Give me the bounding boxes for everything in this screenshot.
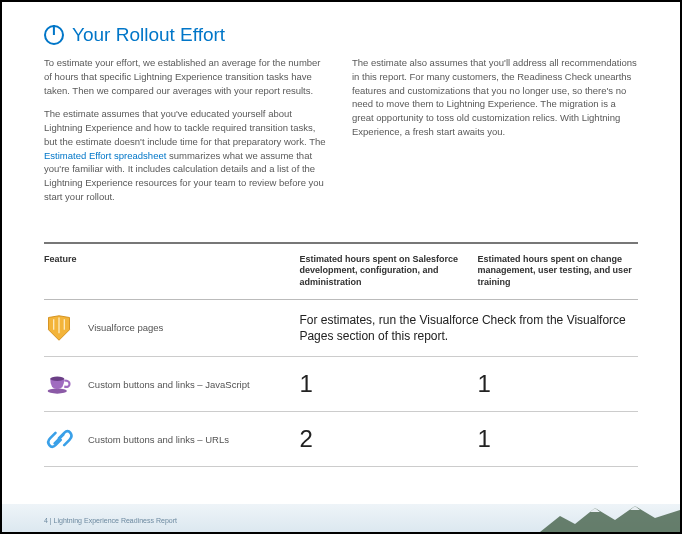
intro-paragraph-2: The estimate assumes that you've educate… xyxy=(44,107,330,203)
table-header-dev: Estimated hours spent on Salesforce deve… xyxy=(299,243,477,300)
dev-hours-value: 1 xyxy=(299,370,471,398)
feature-label: Custom buttons and links – JavaScript xyxy=(88,379,250,390)
visualforce-note: For estimates, run the Visualforce Check… xyxy=(299,312,632,344)
dev-hours-value: 2 xyxy=(299,425,471,453)
svg-point-1 xyxy=(50,377,64,381)
rollout-effort-table: Feature Estimated hours spent on Salesfo… xyxy=(44,242,638,467)
estimated-effort-link[interactable]: Estimated Effort spreadsheet xyxy=(44,150,166,161)
page-title: Your Rollout Effort xyxy=(72,24,225,46)
table-header-change: Estimated hours spent on change manageme… xyxy=(478,243,638,300)
power-icon xyxy=(44,25,64,45)
link-icon xyxy=(44,424,74,454)
mountain-decoration xyxy=(540,504,680,532)
table-header-feature: Feature xyxy=(44,243,299,300)
feature-label: Custom buttons and links – URLs xyxy=(88,434,229,445)
feature-label: Visualforce pages xyxy=(88,322,163,333)
intro-paragraph-3: The estimate also assumes that you'll ad… xyxy=(352,56,638,139)
intro-right-column: The estimate also assumes that you'll ad… xyxy=(352,56,638,214)
intro-left-column: To estimate your effort, we established … xyxy=(44,56,330,214)
page-footer: 4 | Lightning Experience Readiness Repor… xyxy=(2,504,680,532)
intro-columns: To estimate your effort, we established … xyxy=(44,56,638,214)
visualforce-icon xyxy=(44,313,74,343)
table-row: Custom buttons and links – JavaScript 1 … xyxy=(44,357,638,412)
table-row: Custom buttons and links – URLs 2 1 xyxy=(44,412,638,467)
change-hours-value: 1 xyxy=(478,425,632,453)
coffee-cup-icon xyxy=(44,369,74,399)
section-header: Your Rollout Effort xyxy=(44,24,638,46)
intro-paragraph-1: To estimate your effort, we established … xyxy=(44,56,330,97)
intro-para2-pre: The estimate assumes that you've educate… xyxy=(44,108,326,147)
change-hours-value: 1 xyxy=(478,370,632,398)
footer-page-label: 4 | Lightning Experience Readiness Repor… xyxy=(44,517,177,524)
table-row: Visualforce pages For estimates, run the… xyxy=(44,299,638,356)
